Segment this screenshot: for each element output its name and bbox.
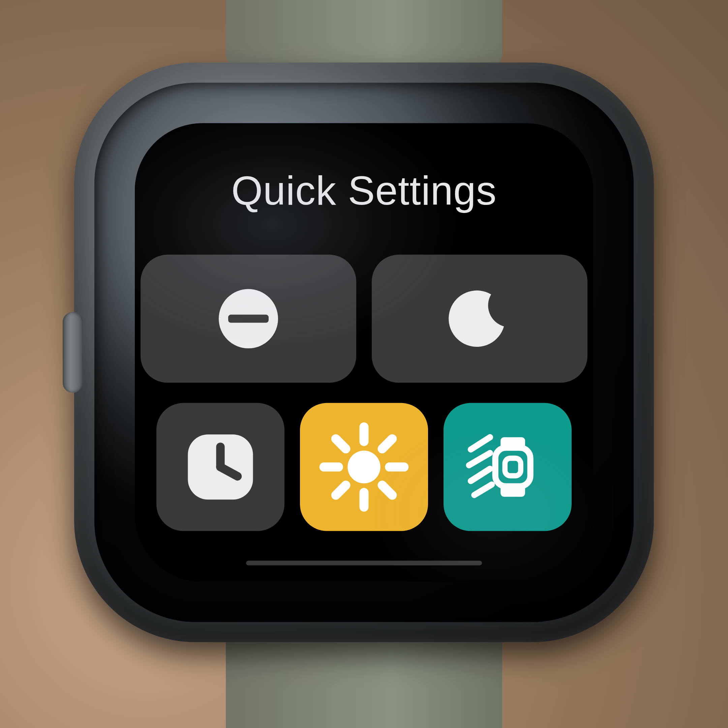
clock-icon (182, 428, 259, 506)
svg-point-5 (347, 451, 380, 483)
swipe-indicator (246, 561, 482, 566)
watch-screen[interactable]: Quick Settings (135, 123, 593, 582)
brightness-tile[interactable] (300, 403, 428, 531)
svg-line-13 (382, 439, 392, 449)
svg-line-18 (471, 437, 490, 449)
page-title: Quick Settings (135, 167, 593, 214)
svg-rect-16 (496, 448, 531, 486)
svg-rect-1 (228, 315, 269, 323)
tile-row-1 (135, 255, 593, 383)
sun-icon (318, 422, 410, 512)
svg-line-10 (336, 439, 346, 449)
sleep-mode-tile[interactable] (372, 255, 587, 383)
watch-body: Quick Settings (74, 63, 654, 642)
svg-line-11 (382, 485, 392, 496)
dnd-tile[interactable] (141, 255, 356, 383)
always-on-display-tile[interactable] (156, 403, 284, 531)
watch-band-top (226, 0, 502, 67)
wrist-background: Quick Settings (0, 0, 728, 728)
screen-wake-tile[interactable] (444, 403, 572, 531)
svg-line-19 (469, 453, 490, 465)
moon-icon (448, 287, 512, 351)
watch-bezel: Quick Settings (94, 83, 634, 622)
raise-to-wake-icon (464, 423, 551, 511)
svg-line-21 (474, 485, 492, 495)
svg-line-12 (336, 485, 346, 496)
svg-line-20 (471, 469, 490, 481)
svg-rect-17 (505, 458, 521, 476)
side-button[interactable] (63, 312, 83, 393)
tile-row-2 (135, 403, 593, 531)
do-not-disturb-icon (215, 285, 282, 353)
